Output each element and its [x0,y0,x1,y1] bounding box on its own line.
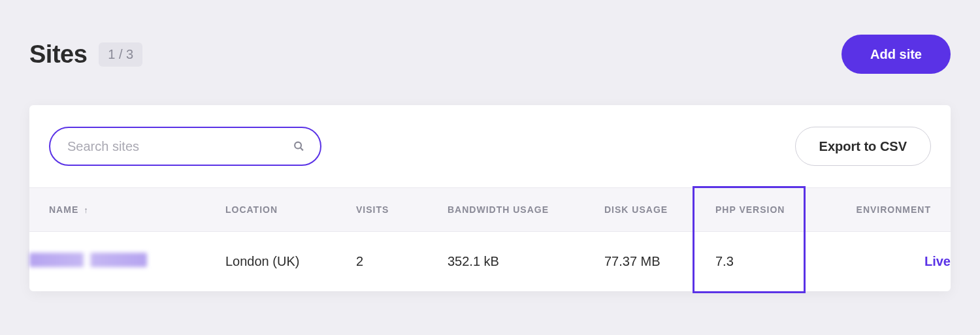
control-row: Export to CSV [29,105,951,187]
redacted-site-name [29,253,147,267]
column-header-disk[interactable]: DISK USAGE [604,188,715,232]
column-header-name-label: NAME [49,204,78,215]
cell-php: 7.3 [715,232,826,292]
column-header-visits[interactable]: VISITS [356,188,448,232]
table-row[interactable]: London (UK) 2 352.1 kB 77.37 MB 7.3 Live [29,232,951,292]
header-left: Sites 1 / 3 [29,40,142,69]
environment-badge[interactable]: Live [924,254,951,268]
cell-name [29,232,225,292]
svg-line-1 [301,148,303,150]
count-badge: 1 / 3 [99,42,142,67]
page-title: Sites [29,40,87,69]
column-header-bandwidth[interactable]: BANDWIDTH USAGE [448,188,604,232]
cell-bandwidth: 352.1 kB [448,232,604,292]
sort-arrow-up-icon: ↑ [84,205,89,215]
export-csv-button[interactable]: Export to CSV [795,127,931,166]
cell-visits: 2 [356,232,448,292]
column-header-location[interactable]: LOCATION [225,188,356,232]
cell-location: London (UK) [225,232,356,292]
cell-environment: Live [826,232,951,292]
sites-card: Export to CSV NAME ↑ LOCATION VISITS BAN… [29,105,951,291]
search-icon [293,141,304,152]
cell-disk: 77.37 MB [604,232,715,292]
add-site-button[interactable]: Add site [841,35,951,74]
sites-table: NAME ↑ LOCATION VISITS BANDWIDTH USAGE D… [29,187,951,291]
search-input[interactable] [49,127,321,166]
page-header: Sites 1 / 3 Add site [29,35,951,74]
svg-point-0 [295,142,301,149]
column-header-php[interactable]: PHP VERSION [715,188,826,232]
card-wrapper: Export to CSV NAME ↑ LOCATION VISITS BAN… [29,105,951,291]
table-header-row: NAME ↑ LOCATION VISITS BANDWIDTH USAGE D… [29,188,951,232]
search-wrapper [49,127,321,166]
column-header-environment[interactable]: ENVIRONMENT [826,188,951,232]
column-header-name[interactable]: NAME ↑ [29,188,225,232]
